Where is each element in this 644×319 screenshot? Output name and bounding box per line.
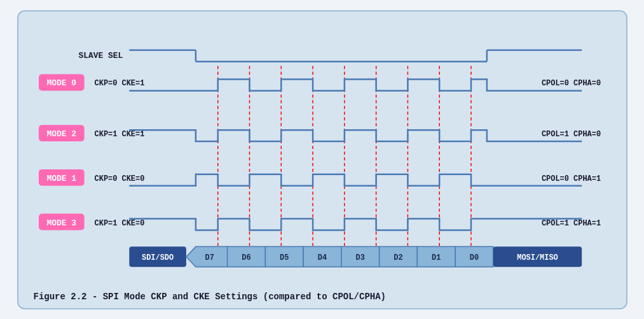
slave-sel-label: SLAVE SEL [78,50,123,60]
svg-text:MODE 3: MODE 3 [46,218,76,227]
svg-text:CKP=0  CKE=0: CKP=0 CKE=0 [94,174,144,183]
svg-text:MOSI/MISO: MOSI/MISO [517,253,558,262]
svg-text:D2: D2 [394,253,402,262]
svg-text:SDI/SDO: SDI/SDO [142,253,174,262]
svg-text:MODE 1: MODE 1 [46,173,76,183]
svg-text:CKP=0  CKE=1: CKP=0 CKE=1 [94,79,144,88]
svg-text:CKP=1  CKE=1: CKP=1 CKE=1 [94,130,144,139]
svg-text:D0: D0 [469,253,478,262]
timing-diagram: SLAVE SEL MODE [31,23,613,287]
svg-text:MODE 0: MODE 0 [46,78,76,88]
svg-text:D7: D7 [205,253,214,262]
svg-text:CPOL=0  CPHA=1: CPOL=0 CPHA=1 [541,174,600,183]
svg-text:CPOL=1  CPHA=0: CPOL=1 CPHA=0 [541,130,600,139]
figure-caption: Figure 2.2 - SPI Mode CKP and CKE Settin… [31,292,613,302]
svg-text:D1: D1 [432,253,441,262]
svg-text:CKP=1  CKE=0: CKP=1 CKE=0 [94,218,144,227]
svg-text:D3: D3 [355,253,364,262]
diagram-container: SLAVE SEL MODE [17,10,627,309]
svg-text:CPOL=0  CPHA=0: CPOL=0 CPHA=0 [541,79,600,88]
svg-text:MODE 2: MODE 2 [46,129,76,139]
svg-rect-0 [31,31,613,278]
svg-text:CPOL=1  CPHA=1: CPOL=1 CPHA=1 [541,218,600,227]
svg-text:D6: D6 [242,253,250,262]
svg-text:D4: D4 [317,253,326,262]
svg-text:D5: D5 [280,253,289,262]
diagram-area: SLAVE SEL MODE [31,23,613,287]
